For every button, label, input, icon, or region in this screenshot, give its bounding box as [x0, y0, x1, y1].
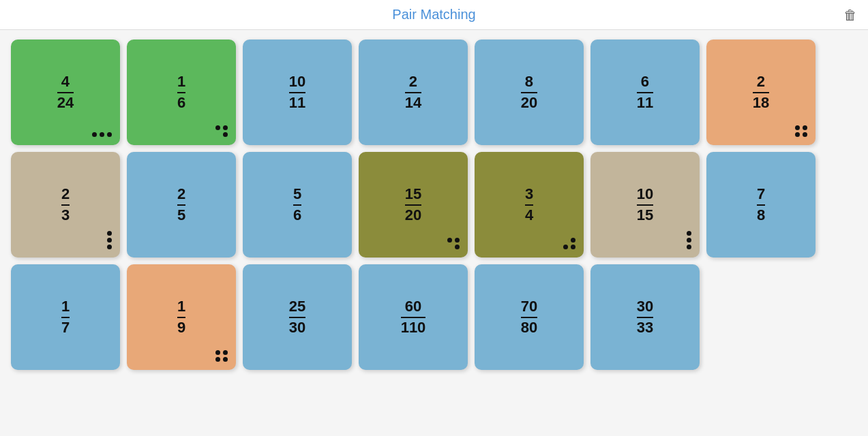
denominator-18: 110 — [401, 318, 426, 336]
numerator-13: 10 — [637, 186, 653, 205]
page-title: Pair Matching — [392, 7, 475, 22]
card-12[interactable]: 34 — [475, 152, 584, 258]
numerator-12: 3 — [525, 186, 533, 205]
dot — [803, 132, 807, 137]
dot — [92, 132, 97, 137]
dot — [215, 125, 220, 130]
numerator-17: 25 — [289, 298, 305, 317]
dot — [100, 132, 104, 137]
numerator-20: 30 — [637, 298, 653, 317]
dots-13 — [687, 231, 691, 249]
dots-1 — [92, 132, 112, 137]
dots-16 — [215, 350, 228, 362]
header: Pair Matching 🗑 — [0, 0, 868, 30]
card-20[interactable]: 3033 — [590, 264, 700, 370]
dot — [223, 357, 228, 362]
card-14[interactable]: 78 — [706, 152, 815, 258]
numerator-3: 10 — [289, 74, 305, 93]
card-grid: 4241610112148206112182325561520341015781… — [0, 30, 868, 379]
dot — [215, 357, 220, 362]
fraction-2: 16 — [177, 74, 185, 110]
card-8[interactable]: 23 — [11, 152, 120, 258]
dot — [687, 238, 691, 243]
fraction-16: 19 — [177, 298, 185, 335]
numerator-6: 6 — [637, 74, 653, 93]
fraction-8: 23 — [61, 186, 70, 223]
numerator-11: 15 — [405, 186, 421, 205]
fraction-19: 7080 — [521, 298, 537, 335]
fraction-4: 214 — [405, 74, 421, 110]
fraction-7: 218 — [753, 74, 769, 110]
denominator-11: 20 — [405, 206, 421, 223]
denominator-17: 30 — [289, 318, 305, 336]
card-13[interactable]: 1015 — [590, 152, 700, 258]
numerator-8: 2 — [61, 186, 70, 205]
card-16[interactable]: 19 — [127, 264, 236, 370]
dots-8 — [107, 231, 112, 249]
denominator-10: 6 — [293, 206, 301, 223]
dots-11 — [447, 238, 460, 249]
denominator-12: 4 — [525, 206, 533, 223]
card-10[interactable]: 56 — [243, 152, 352, 258]
card-9[interactable]: 25 — [127, 152, 236, 258]
denominator-6: 11 — [637, 93, 653, 111]
fraction-9: 25 — [177, 186, 185, 223]
denominator-7: 18 — [753, 93, 769, 111]
numerator-2: 1 — [177, 74, 185, 93]
denominator-5: 20 — [521, 93, 537, 111]
dots-12 — [563, 238, 575, 249]
card-19[interactable]: 7080 — [475, 264, 584, 370]
fraction-15: 17 — [61, 298, 70, 335]
dot — [447, 238, 452, 243]
dot — [795, 125, 800, 130]
numerator-15: 1 — [61, 298, 70, 317]
dot — [571, 238, 575, 243]
numerator-1: 4 — [57, 74, 74, 93]
card-17[interactable]: 2530 — [243, 264, 352, 370]
dot — [223, 350, 228, 355]
denominator-15: 7 — [61, 318, 70, 336]
dot — [563, 245, 568, 249]
card-15[interactable]: 17 — [11, 264, 120, 370]
fraction-10: 56 — [293, 186, 301, 223]
card-1[interactable]: 424 — [11, 40, 120, 145]
dot — [215, 350, 220, 355]
fraction-12: 34 — [525, 186, 533, 223]
denominator-1: 24 — [57, 93, 74, 111]
numerator-10: 5 — [293, 186, 301, 205]
fraction-3: 1011 — [289, 74, 305, 110]
dot — [107, 231, 112, 236]
denominator-19: 80 — [521, 318, 537, 336]
denominator-20: 33 — [637, 318, 653, 336]
card-2[interactable]: 16 — [127, 40, 236, 145]
dots-2 — [215, 125, 228, 137]
card-4[interactable]: 214 — [359, 40, 468, 145]
numerator-18: 60 — [401, 298, 426, 317]
dot — [803, 125, 807, 130]
denominator-8: 3 — [61, 206, 70, 223]
dot — [107, 245, 112, 249]
dot — [455, 245, 460, 249]
card-6[interactable]: 611 — [590, 40, 700, 145]
numerator-14: 7 — [757, 186, 765, 205]
fraction-17: 2530 — [289, 298, 305, 335]
card-3[interactable]: 1011 — [243, 40, 352, 145]
fraction-11: 1520 — [405, 186, 421, 223]
fraction-18: 60110 — [401, 298, 426, 335]
dot — [107, 238, 112, 243]
dot — [223, 132, 228, 137]
fraction-20: 3033 — [637, 298, 653, 335]
numerator-5: 8 — [521, 74, 537, 93]
fraction-6: 611 — [637, 74, 653, 110]
card-11[interactable]: 1520 — [359, 152, 468, 258]
numerator-19: 70 — [521, 298, 537, 317]
card-5[interactable]: 820 — [475, 40, 584, 145]
card-7[interactable]: 218 — [706, 40, 815, 145]
card-18[interactable]: 60110 — [359, 264, 468, 370]
fraction-5: 820 — [521, 74, 537, 110]
denominator-4: 14 — [405, 93, 421, 111]
dot — [687, 231, 691, 236]
denominator-14: 8 — [757, 206, 765, 223]
trash-icon[interactable]: 🗑 — [843, 7, 857, 22]
dot — [455, 238, 460, 243]
